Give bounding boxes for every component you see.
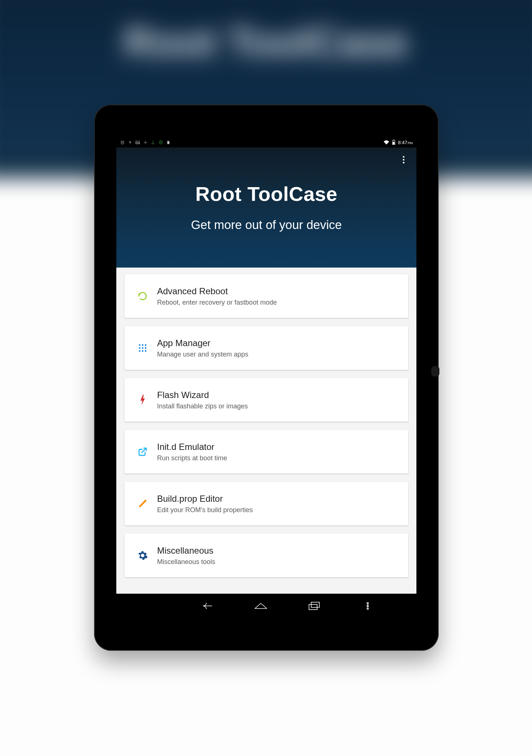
menu-item-title: Build.prop Editor xyxy=(157,494,399,504)
menu-item-flash-wizard[interactable]: Flash Wizard Install flashable zips or i… xyxy=(124,378,408,422)
svg-rect-3 xyxy=(152,143,154,144)
app-header: Root ToolCase Get more out of your devic… xyxy=(116,147,416,268)
image-icon xyxy=(135,140,140,145)
tablet-camera xyxy=(431,366,439,377)
menu-item-title: Advanced Reboot xyxy=(157,286,399,296)
svg-rect-13 xyxy=(145,344,146,346)
svg-rect-15 xyxy=(142,347,143,349)
sd-icon xyxy=(166,140,170,145)
status-time: 8:47PM xyxy=(398,140,413,145)
menu-item-sub: Run scripts at boot time xyxy=(157,454,399,462)
wifi-icon xyxy=(383,140,389,145)
battery-icon xyxy=(392,140,395,145)
status-bar: 8:47PM xyxy=(116,137,416,147)
download-icon xyxy=(151,140,155,145)
nav-recent-button[interactable] xyxy=(301,598,327,613)
svg-rect-19 xyxy=(145,350,146,352)
svg-rect-14 xyxy=(139,347,140,349)
svg-point-8 xyxy=(403,156,404,158)
svg-rect-20 xyxy=(309,604,317,610)
app-subtitle: Get more out of your device xyxy=(116,218,416,232)
tablet-frame: 8:47PM Root ToolCase Get more out of you… xyxy=(94,105,439,651)
menu-item-advanced-reboot[interactable]: Advanced Reboot Reboot, enter recovery o… xyxy=(124,274,408,318)
svg-rect-7 xyxy=(393,142,395,145)
menu-item-title: Init.d Emulator xyxy=(157,442,399,452)
menu-item-title: App Manager xyxy=(157,338,399,348)
menu-item-initd-emulator[interactable]: Init.d Emulator Run scripts at boot time xyxy=(124,430,408,474)
usb-icon xyxy=(128,140,132,145)
svg-point-22 xyxy=(367,602,368,604)
menu-item-sub: Manage user and system apps xyxy=(157,351,399,358)
svg-rect-18 xyxy=(142,350,143,352)
nav-back-button[interactable] xyxy=(194,598,220,613)
upload-icon xyxy=(159,140,163,145)
svg-rect-12 xyxy=(142,344,143,346)
svg-point-2 xyxy=(145,142,146,143)
app-content: Root ToolCase Get more out of your devic… xyxy=(116,147,416,594)
open-external-icon xyxy=(133,447,152,457)
svg-rect-21 xyxy=(311,602,319,607)
menu-item-buildprop-editor[interactable]: Build.prop Editor Edit your ROM's build … xyxy=(124,482,408,525)
menu-item-app-manager[interactable]: App Manager Manage user and system apps xyxy=(124,326,408,370)
menu-item-sub: Install flashable zips or images xyxy=(157,402,399,410)
pencil-icon xyxy=(133,499,152,508)
refresh-icon xyxy=(133,291,152,301)
menu-item-sub: Reboot, enter recovery or fastboot mode xyxy=(157,299,399,306)
svg-point-24 xyxy=(367,608,368,610)
app-title: Root ToolCase xyxy=(116,147,416,205)
svg-point-23 xyxy=(367,605,368,607)
svg-rect-17 xyxy=(139,350,140,352)
flash-icon xyxy=(133,395,152,405)
apps-grid-icon xyxy=(133,344,152,352)
menu-item-title: Flash Wizard xyxy=(157,390,399,400)
svg-rect-16 xyxy=(145,347,146,349)
gear-icon xyxy=(133,550,152,561)
alarm-icon xyxy=(120,140,125,145)
more-vert-icon xyxy=(403,156,405,163)
svg-point-10 xyxy=(403,162,404,163)
nav-overflow-button[interactable] xyxy=(355,598,380,613)
svg-rect-11 xyxy=(139,344,140,346)
menu-list: Advanced Reboot Reboot, enter recovery o… xyxy=(116,268,416,592)
location-icon xyxy=(143,140,147,145)
menu-item-sub: Edit your ROM's build properties xyxy=(157,506,399,514)
menu-item-miscellaneous[interactable]: Miscellaneous Miscellaneous tools xyxy=(124,534,408,577)
svg-rect-6 xyxy=(393,140,394,140)
menu-item-sub: Miscellaneous tools xyxy=(157,558,399,566)
svg-point-9 xyxy=(403,159,404,160)
android-nav-bar xyxy=(116,594,416,618)
tablet-screen: 8:47PM Root ToolCase Get more out of you… xyxy=(116,137,416,618)
nav-home-button[interactable] xyxy=(248,598,274,613)
more-vert-icon xyxy=(367,602,369,610)
overflow-menu-button[interactable] xyxy=(398,154,409,165)
menu-item-title: Miscellaneous xyxy=(157,546,399,556)
